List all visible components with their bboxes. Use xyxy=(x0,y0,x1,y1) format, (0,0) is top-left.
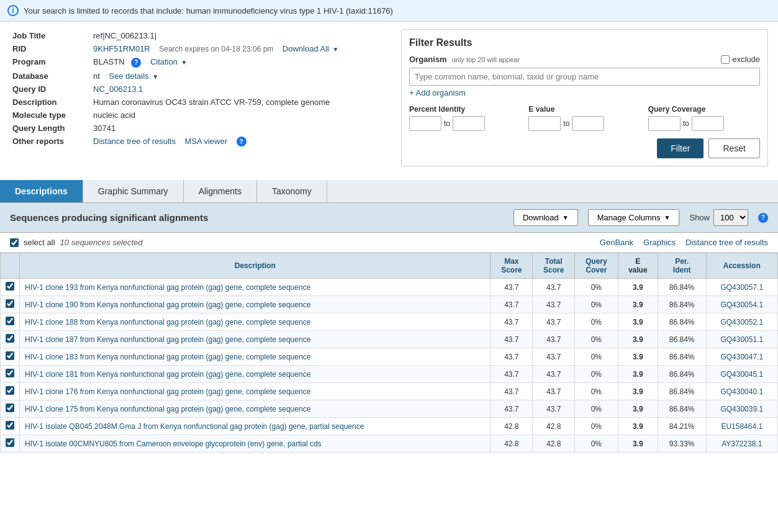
row-checkbox[interactable] xyxy=(6,334,14,343)
tab-taxonomy[interactable]: Taxonomy xyxy=(257,180,327,202)
row-description: HIV-1 clone 188 from Kenya nonfunctional… xyxy=(20,313,491,331)
row-per-ident: 86.84% xyxy=(658,400,706,418)
row-desc-link[interactable]: HIV-1 clone 187 from Kenya nonfunctional… xyxy=(25,335,310,344)
row-max-score: 43.7 xyxy=(491,348,533,366)
filter-ranges: Percent Identity to E value to xyxy=(409,105,760,131)
row-checkbox[interactable] xyxy=(6,421,14,430)
row-e-value: 3.9 xyxy=(618,366,658,383)
col-checkbox xyxy=(1,253,20,279)
distance-tree-link[interactable]: Distance tree of results xyxy=(93,137,176,146)
row-accession-link[interactable]: GQ430051.1 xyxy=(720,335,763,344)
row-desc-link[interactable]: HIV-1 clone 181 from Kenya nonfunctional… xyxy=(25,370,310,379)
program-value: BLASTN xyxy=(93,57,125,66)
row-checkbox[interactable] xyxy=(6,299,14,308)
row-desc-link[interactable]: HIV-1 isolate 00CMNYU805 from Cameroon e… xyxy=(25,440,322,448)
citation-link[interactable]: Citation ▼ xyxy=(150,57,188,66)
row-desc-link[interactable]: HIV-1 clone 183 from Kenya nonfunctional… xyxy=(25,353,310,361)
info-icon: i xyxy=(7,5,19,16)
row-checkbox[interactable] xyxy=(6,386,14,395)
row-checkbox[interactable] xyxy=(6,404,14,412)
col-accession: Accession xyxy=(706,253,777,279)
row-accession-link[interactable]: GQ430057.1 xyxy=(720,283,763,292)
row-e-value: 3.9 xyxy=(618,418,658,435)
download-all-link[interactable]: Download All ▼ xyxy=(283,44,339,53)
description-value: Human coronavirus OC43 strain ATCC VR-75… xyxy=(93,97,330,107)
filter-button[interactable]: Filter xyxy=(657,138,703,158)
row-max-score: 43.7 xyxy=(491,279,533,296)
reports-help-icon[interactable]: ? xyxy=(237,137,247,147)
results-help-icon[interactable]: ? xyxy=(758,213,768,223)
download-button[interactable]: Download ▼ xyxy=(513,209,578,226)
row-per-ident: 86.84% xyxy=(658,383,706,400)
row-desc-link[interactable]: HIV-1 clone 190 from Kenya nonfunctional… xyxy=(25,300,310,309)
select-all-checkbox[interactable] xyxy=(10,238,19,247)
row-checkbox[interactable] xyxy=(6,317,14,325)
rid-link[interactable]: 9KHF51RM01R xyxy=(93,44,150,53)
row-e-value: 3.9 xyxy=(618,331,658,348)
row-accession-link[interactable]: GQ430040.1 xyxy=(720,387,763,396)
show-select[interactable]: 100 10 20 50 200 xyxy=(713,209,748,226)
job-title-label: Job Title xyxy=(10,29,91,42)
row-per-ident: 84.21% xyxy=(658,418,706,435)
percent-identity-from[interactable] xyxy=(409,116,441,131)
row-desc-link[interactable]: HIV-1 clone 176 from Kenya nonfunctional… xyxy=(25,387,310,396)
e-value-label: E value xyxy=(528,105,640,114)
distance-tree-results-link[interactable]: Distance tree of results xyxy=(685,238,768,247)
reset-button[interactable]: Reset xyxy=(708,138,760,158)
description-label: Description xyxy=(10,96,91,109)
row-max-score: 43.7 xyxy=(491,400,533,418)
row-accession-link[interactable]: GQ430039.1 xyxy=(720,405,763,413)
table-row: HIV-1 clone 187 from Kenya nonfunctional… xyxy=(1,331,778,348)
row-accession-link[interactable]: GQ430054.1 xyxy=(720,300,763,309)
organism-input[interactable] xyxy=(409,68,760,86)
graphics-link[interactable]: Graphics xyxy=(643,238,676,247)
blastn-help-icon[interactable]: ? xyxy=(131,58,141,68)
row-accession-link[interactable]: AY372238.1 xyxy=(721,440,762,448)
manage-columns-button[interactable]: Manage Columns ▼ xyxy=(588,209,680,226)
row-e-value: 3.9 xyxy=(618,313,658,331)
row-query-cover: 0% xyxy=(575,400,618,418)
see-details-chevron: ▼ xyxy=(152,73,158,80)
query-id-link[interactable]: NC_006213.1 xyxy=(93,84,143,94)
rid-expiry: Search expires on 04-18 23:06 pm xyxy=(159,45,273,53)
row-desc-link[interactable]: HIV-1 clone 193 from Kenya nonfunctional… xyxy=(25,283,310,292)
e-value-to[interactable] xyxy=(572,116,604,131)
row-total-score: 43.7 xyxy=(533,400,575,418)
row-checkbox[interactable] xyxy=(6,369,14,377)
row-checkbox-cell xyxy=(1,383,20,400)
row-desc-link[interactable]: HIV-1 clone 175 from Kenya nonfunctional… xyxy=(25,405,310,413)
table-row: HIV-1 clone 183 from Kenya nonfunctional… xyxy=(1,348,778,366)
row-accession-link[interactable]: GQ430047.1 xyxy=(720,353,763,361)
row-desc-link[interactable]: HIV-1 clone 188 from Kenya nonfunctional… xyxy=(25,318,310,327)
row-accession-link[interactable]: GQ430052.1 xyxy=(720,318,763,327)
row-checkbox[interactable] xyxy=(6,438,14,447)
selected-count: 10 sequences selected xyxy=(60,238,143,247)
tab-alignments[interactable]: Alignments xyxy=(184,180,257,202)
add-organism-link[interactable]: Add organism xyxy=(409,88,466,97)
query-coverage-group: Query Coverage to xyxy=(648,105,760,131)
row-checkbox[interactable] xyxy=(6,351,14,360)
exclude-checkbox[interactable] xyxy=(721,55,730,64)
row-desc-link[interactable]: HIV-1 isolate QB045.2048M.Gma J from Ken… xyxy=(25,422,364,431)
percent-identity-to[interactable] xyxy=(453,116,485,131)
query-coverage-from[interactable] xyxy=(648,116,681,131)
query-coverage-to[interactable] xyxy=(692,116,724,131)
tab-graphic-summary[interactable]: Graphic Summary xyxy=(83,180,184,202)
genbank-link[interactable]: GenBank xyxy=(600,238,633,247)
row-checkbox[interactable] xyxy=(6,282,14,291)
table-row: HIV-1 isolate 00CMNYU805 from Cameroon e… xyxy=(1,435,778,453)
see-details-link[interactable]: See details ▼ xyxy=(109,71,158,81)
query-coverage-label: Query Coverage xyxy=(648,105,760,114)
row-checkbox-cell xyxy=(1,279,20,296)
results-title: Sequences producing significant alignmen… xyxy=(10,212,208,223)
msa-viewer-link[interactable]: MSA viewer xyxy=(184,137,227,146)
tab-descriptions[interactable]: Descriptions xyxy=(0,180,83,202)
row-e-value: 3.9 xyxy=(618,348,658,366)
job-table: Job Title ref|NC_006213.1| RID 9KHF51RM0… xyxy=(10,29,381,148)
row-accession-link[interactable]: GQ430045.1 xyxy=(720,370,763,379)
e-value-from[interactable] xyxy=(528,116,561,131)
select-left: select all 10 sequences selected xyxy=(10,238,143,247)
row-checkbox-cell xyxy=(1,418,20,435)
results-controls: Download ▼ Manage Columns ▼ Show 100 10 … xyxy=(513,209,768,226)
row-accession-link[interactable]: EU158464.1 xyxy=(721,422,762,431)
